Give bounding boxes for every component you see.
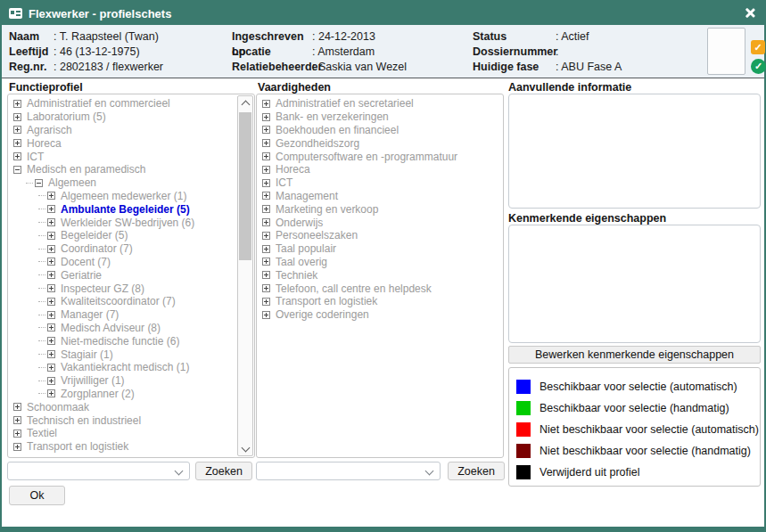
expand-icon[interactable]	[13, 113, 21, 121]
tree-item[interactable]: Management	[257, 190, 503, 203]
vaardigheden-search-combobox[interactable]	[256, 462, 441, 480]
tree-item-label[interactable]: Inspecteur GZ (8)	[61, 282, 144, 295]
tree-item[interactable]: Horeca	[8, 136, 254, 150]
expand-icon[interactable]	[262, 271, 270, 279]
tree-item[interactable]: Laboratorium (5)	[8, 110, 254, 124]
expand-icon[interactable]	[47, 377, 55, 385]
tree-item[interactable]: Transport en logistiek	[8, 440, 254, 454]
tree-item[interactable]: Telefoon, call centre en helpdesk	[257, 282, 503, 295]
scroll-down-icon[interactable]	[242, 445, 249, 452]
tree-item-label[interactable]: Gezondheidszorg	[276, 137, 359, 150]
expand-icon[interactable]	[262, 139, 270, 147]
tree-item[interactable]: Transport en logistiek	[257, 295, 503, 308]
tree-item[interactable]: Ambulante Begeleider (5)	[8, 202, 254, 216]
tree-item[interactable]: Vakantiekracht medisch (1)	[8, 361, 254, 374]
tree-item[interactable]: Personeelszaken	[257, 229, 503, 242]
tree-item[interactable]: ICT	[8, 150, 254, 163]
expand-icon[interactable]	[13, 126, 21, 134]
expand-icon[interactable]	[47, 389, 55, 397]
tree-item[interactable]: Geriatrie	[8, 268, 254, 282]
tree-item-label[interactable]: Vrijwilliger (1)	[61, 374, 125, 387]
tree-item-label[interactable]: Algemeen	[48, 176, 96, 189]
tree-item[interactable]: Algemeen	[8, 176, 254, 190]
tree-item-label[interactable]: Management	[276, 190, 338, 202]
tree-item[interactable]: Taal overig	[257, 256, 503, 269]
green-check-circle-icon[interactable]: ✓	[751, 59, 766, 74]
tree-item-label[interactable]: Telefoon, call centre en helpdesk	[276, 282, 432, 295]
tree-item[interactable]: Schoonmaak	[8, 400, 254, 413]
expand-icon[interactable]	[47, 218, 55, 226]
scroll-up-icon[interactable]	[242, 100, 249, 107]
vaardigheden-zoeken-button[interactable]: Zoeken	[448, 462, 505, 480]
tree-item-label[interactable]: Docent (7)	[61, 256, 111, 268]
tree-item[interactable]: Bank- en verzekeringen	[257, 110, 503, 124]
orange-checkbox-icon[interactable]: ✓	[751, 40, 765, 54]
chevron-down-icon[interactable]	[176, 468, 182, 474]
tree-item-label[interactable]: Horeca	[276, 163, 310, 176]
tree-item-label[interactable]: Medisch en paramedisch	[27, 163, 145, 176]
expand-icon[interactable]	[262, 100, 270, 108]
expand-icon[interactable]	[47, 258, 55, 266]
collapse-icon[interactable]	[13, 166, 21, 174]
expand-icon[interactable]	[262, 218, 270, 226]
aanvullende-informatie-textarea[interactable]	[508, 94, 761, 209]
tree-item-label[interactable]: Schoonmaak	[27, 401, 89, 413]
functieprofiel-scrollbar[interactable]	[237, 95, 253, 456]
tree-item-label[interactable]: ICT	[27, 151, 44, 163]
tree-item-label[interactable]: Marketing en verkoop	[276, 203, 378, 216]
tree-item-label[interactable]: Coordinator (7)	[61, 242, 133, 255]
expand-icon[interactable]	[47, 337, 55, 345]
tree-item[interactable]: Technisch en industrieel	[8, 413, 254, 427]
expand-icon[interactable]	[47, 205, 55, 213]
tree-item[interactable]: Stagiair (1)	[8, 348, 254, 361]
expand-icon[interactable]	[262, 205, 270, 213]
expand-icon[interactable]	[262, 232, 270, 240]
expand-icon[interactable]	[262, 179, 270, 187]
tree-item-label[interactable]: Transport en logistiek	[276, 295, 377, 307]
expand-icon[interactable]	[262, 311, 270, 319]
tree-item-label[interactable]: Medisch Adviseur (8)	[61, 322, 161, 334]
tree-item[interactable]: Overige coderingen	[257, 308, 503, 322]
tree-item[interactable]: Textiel	[8, 427, 254, 440]
tree-item[interactable]: Begeleider (5)	[8, 229, 254, 242]
expand-icon[interactable]	[262, 166, 270, 174]
expand-icon[interactable]	[262, 113, 270, 121]
tree-item-label[interactable]: Bank- en verzekeringen	[276, 110, 389, 123]
functieprofiel-search-combobox[interactable]	[7, 462, 190, 480]
tree-item[interactable]: Zorgplanner (2)	[8, 388, 254, 401]
tree-item-label[interactable]: Algemeen medewerker (1)	[61, 190, 186, 202]
tree-item[interactable]: Onderwijs	[257, 216, 503, 229]
tree-item[interactable]: ICT	[257, 176, 503, 190]
tree-item-label[interactable]: Overige coderingen	[276, 308, 369, 321]
expand-icon[interactable]	[47, 284, 55, 292]
expand-icon[interactable]	[262, 126, 270, 134]
tree-item[interactable]: Manager (7)	[8, 308, 254, 322]
tree-item-label[interactable]: Taal overig	[276, 256, 327, 268]
vaardigheden-tree[interactable]: Administratief en secretarieelBank- en v…	[256, 94, 504, 458]
expand-icon[interactable]	[47, 245, 55, 253]
tree-item[interactable]: Horeca	[257, 163, 503, 176]
kenmerkende-eigenschappen-textarea[interactable]	[508, 225, 761, 343]
tree-item[interactable]: Inspecteur GZ (8)	[8, 282, 254, 295]
scroll-thumb[interactable]	[239, 112, 251, 260]
tree-item[interactable]: Kwaliteitscoordinator (7)	[8, 295, 254, 308]
tree-item-label[interactable]: Agrarisch	[27, 124, 72, 136]
tree-item-label[interactable]: Niet-medische functie (6)	[61, 335, 179, 348]
tree-item[interactable]: Administratief en secretarieel	[257, 97, 503, 110]
tree-item[interactable]: Marketing en verkoop	[257, 202, 503, 216]
tree-item-label[interactable]: Kwaliteitscoordinator (7)	[61, 295, 176, 307]
expand-icon[interactable]	[13, 430, 21, 438]
tree-item-label[interactable]: Zorgplanner (2)	[61, 388, 135, 400]
expand-icon[interactable]	[47, 311, 55, 319]
expand-icon[interactable]	[47, 323, 55, 331]
tree-item-label[interactable]: Werkleider SW-bedrijven (6)	[61, 217, 194, 229]
expand-icon[interactable]	[47, 192, 55, 200]
expand-icon[interactable]	[13, 100, 21, 108]
expand-icon[interactable]	[13, 139, 21, 147]
tree-item-label[interactable]: Textiel	[27, 427, 57, 439]
tree-item-label[interactable]: Boekhouden en financieel	[276, 124, 399, 136]
collapse-icon[interactable]	[35, 179, 43, 187]
expand-icon[interactable]	[47, 364, 55, 372]
expand-icon[interactable]	[13, 403, 21, 411]
expand-icon[interactable]	[47, 298, 55, 306]
